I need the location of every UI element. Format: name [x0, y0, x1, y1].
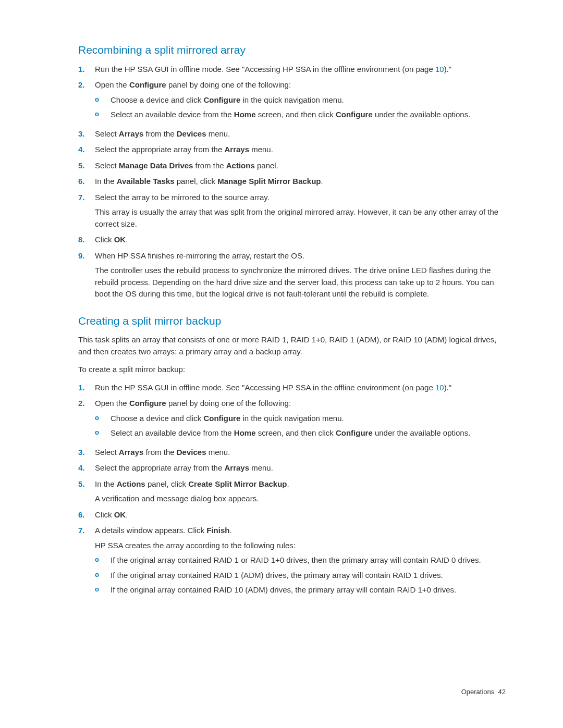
step: 4. Select the appropriate array from the… — [78, 462, 506, 474]
text: screen, and then click — [256, 110, 336, 119]
bold: OK — [114, 510, 126, 519]
bold: Arrays — [119, 448, 144, 456]
step-number: 7. — [78, 192, 95, 230]
step-number: 1. — [78, 382, 95, 394]
bold: Finish — [206, 526, 229, 535]
bold: Configure — [336, 110, 373, 119]
step-number: 3. — [78, 128, 95, 140]
step-text: Select Arrays from the Devices menu. — [95, 447, 506, 459]
sub-text: Choose a device and click Configure in t… — [111, 413, 506, 425]
sub-item: o If the original array contained RAID 1… — [95, 554, 506, 566]
step: 1. Run the HP SSA GUI in offline mode. S… — [78, 382, 506, 394]
bold: Configure — [203, 95, 240, 104]
step-number: 4. — [78, 462, 95, 474]
bold: Actions — [117, 479, 145, 488]
text: . — [126, 235, 128, 244]
sub-text: If the original array contained RAID 10 … — [111, 584, 506, 596]
sub-text: Select an available device from the Home… — [111, 109, 506, 121]
text: Select — [95, 129, 119, 138]
bold: Arrays — [224, 463, 249, 472]
bold: Home — [234, 110, 256, 119]
text: panel, click — [145, 479, 189, 488]
text: In the — [95, 177, 117, 186]
text: Click — [95, 235, 114, 244]
step-number: 7. — [78, 525, 95, 599]
sub-item: o Select an available device from the Ho… — [95, 427, 506, 439]
text: . — [287, 479, 289, 488]
bullet-marker: o — [95, 413, 111, 425]
bullet-marker: o — [95, 584, 111, 596]
step-text: Open the Configure panel by doing one of… — [95, 79, 506, 124]
bold: Configure — [129, 399, 166, 408]
step-number: 6. — [78, 176, 95, 188]
step-number: 1. — [78, 64, 95, 76]
step-text: Select the array to be mirrored to the s… — [95, 192, 506, 230]
section-heading-creating: Creating a split mirror backup — [78, 313, 506, 329]
footer-page-number: 42 — [498, 688, 506, 696]
text: Open the — [95, 399, 129, 408]
step-text: In the Actions panel, click Create Split… — [95, 478, 506, 505]
footer-section-label: Operations — [461, 688, 495, 696]
text: . — [126, 510, 128, 519]
text: Choose a device and click — [111, 414, 203, 423]
step-extra: HP SSA creates the array according to th… — [95, 540, 506, 552]
text: Select — [95, 448, 119, 456]
page-link[interactable]: 10 — [435, 383, 444, 392]
sublist: o If the original array contained RAID 1… — [95, 554, 506, 596]
step-text: Run the HP SSA GUI in offline mode. See … — [95, 64, 506, 76]
step-text: Select the appropriate array from the Ar… — [95, 462, 506, 474]
text: . — [229, 526, 231, 535]
text: Click — [95, 510, 114, 519]
bold: Create Split Mirror Backup — [188, 479, 287, 488]
bold: Arrays — [119, 129, 144, 138]
page-footer: Operations 42 — [461, 687, 506, 697]
text: in the quick navigation menu. — [240, 414, 344, 423]
step-number: 9. — [78, 250, 95, 300]
step: 8. Click OK. — [78, 234, 506, 246]
bold: Configure — [336, 428, 373, 437]
sub-text: Choose a device and click Configure in t… — [111, 94, 506, 106]
bold: Home — [234, 428, 256, 437]
bold: OK — [114, 235, 126, 244]
text: Run the HP SSA GUI in offline mode. See … — [95, 383, 435, 392]
step-text: Click OK. — [95, 509, 506, 521]
document-page: Recombining a split mirrored array 1. Ru… — [0, 0, 563, 728]
text: panel by doing one of the following: — [166, 80, 291, 89]
bullet-marker: o — [95, 570, 111, 582]
sublist: o Choose a device and click Configure in… — [95, 413, 506, 439]
text: menu. — [206, 448, 230, 456]
text: from the — [143, 448, 176, 456]
text: . — [321, 177, 323, 186]
text: panel by doing one of the following: — [166, 399, 291, 408]
step-text: Click OK. — [95, 234, 506, 246]
bullet-marker: o — [95, 427, 111, 439]
bullet-marker: o — [95, 109, 111, 121]
sub-text: If the original array contained RAID 1 (… — [111, 570, 506, 582]
text: Open the — [95, 80, 129, 89]
step-text: When HP SSA finishes re-mirroring the ar… — [95, 250, 506, 300]
step-text: Select Arrays from the Devices menu. — [95, 128, 506, 140]
step-text: A details window appears. Click Finish. … — [95, 525, 506, 599]
text: Run the HP SSA GUI in offline mode. See … — [95, 65, 435, 73]
step-number: 3. — [78, 447, 95, 459]
step: 3. Select Arrays from the Devices menu. — [78, 447, 506, 459]
step: 5. Select Manage Data Drives from the Ac… — [78, 160, 506, 172]
section-heading-recombining: Recombining a split mirrored array — [78, 42, 506, 58]
text: under the available options. — [373, 110, 471, 119]
text: from the — [193, 161, 226, 170]
page-link[interactable]: 10 — [435, 65, 444, 73]
text: Select — [95, 161, 119, 170]
bold: Devices — [177, 129, 206, 138]
step: 2. Open the Configure panel by doing one… — [78, 79, 506, 124]
bold: Configure — [203, 414, 240, 423]
step: 9. When HP SSA finishes re-mirroring the… — [78, 250, 506, 300]
step: 7. A details window appears. Click Finis… — [78, 525, 506, 599]
text: In the — [95, 479, 117, 488]
sub-item: o Select an available device from the Ho… — [95, 109, 506, 121]
text: panel. — [255, 161, 278, 170]
text: )." — [444, 383, 452, 392]
sub-item: o Choose a device and click Configure in… — [95, 413, 506, 425]
step-number: 6. — [78, 509, 95, 521]
bullet-marker: o — [95, 554, 111, 566]
step: 1. Run the HP SSA GUI in offline mode. S… — [78, 64, 506, 76]
